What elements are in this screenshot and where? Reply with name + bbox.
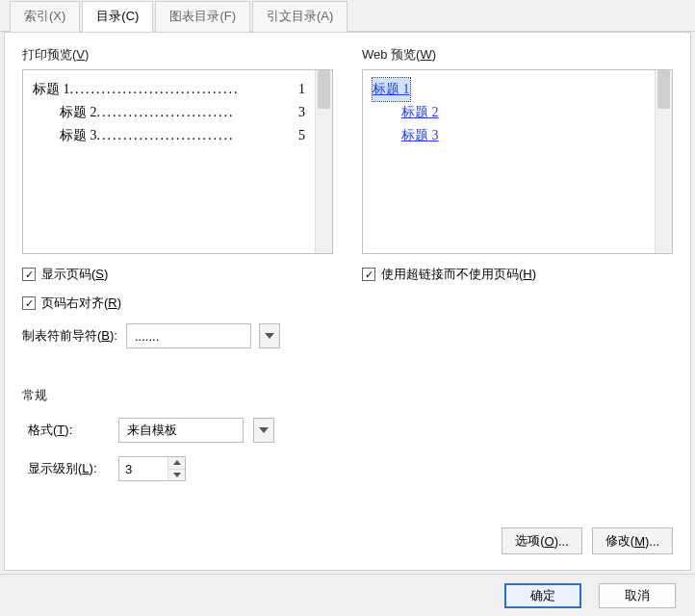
scroll-thumb[interactable] — [657, 70, 670, 109]
print-preview-box: 标题 1 ................................ 1 … — [22, 69, 333, 254]
toc-dots: .......................... — [97, 101, 296, 124]
web-preview-label: Web 预览(W) — [362, 46, 673, 64]
web-preview-scrollbar[interactable] — [655, 70, 672, 253]
web-preview-box: 标题 1 标题 2 标题 3 — [362, 69, 673, 254]
cancel-button[interactable]: 取消 — [599, 583, 676, 608]
print-preview-column: 打印预览(V) 标题 1 ...........................… — [22, 46, 333, 348]
show-level-value[interactable]: 3 — [119, 457, 167, 480]
right-align-page-label: 页码右对齐(R) — [41, 295, 121, 312]
format-label: 格式(T): — [22, 422, 109, 439]
format-dropdown[interactable] — [253, 418, 274, 443]
level-down-button[interactable] — [168, 469, 185, 481]
chevron-down-icon — [265, 333, 274, 339]
show-page-numbers-row[interactable]: ✓ 显示页码(S) — [22, 266, 333, 283]
toc-page-3: 5 — [295, 124, 305, 147]
tab-index[interactable]: 索引(X) — [10, 1, 80, 32]
web-preview-content: 标题 1 标题 2 标题 3 — [363, 70, 655, 253]
show-page-numbers-label: 显示页码(S) — [41, 266, 108, 283]
panel-buttons: 选项(O)... 修改(M)... — [502, 527, 673, 554]
options-button[interactable]: 选项(O)... — [502, 527, 582, 554]
format-select[interactable]: 来自模板 — [118, 418, 244, 443]
print-preview-scrollbar[interactable] — [315, 70, 332, 253]
tabs-bar: 索引(X) 目录(C) 图表目录(F) 引文目录(A) — [0, 0, 695, 32]
tab-leader-label: 制表符前导符(B): — [22, 327, 118, 345]
tab-figures[interactable]: 图表目录(F) — [155, 1, 250, 32]
show-level-input[interactable]: 3 — [118, 456, 186, 481]
ok-button[interactable]: 确定 — [504, 583, 581, 608]
toc-dots: .......................... — [97, 124, 296, 147]
toc-page-2: 3 — [295, 101, 305, 124]
tab-leader-row: 制表符前导符(B): ....... — [22, 323, 333, 348]
show-level-row: 显示级别(L): 3 — [22, 456, 673, 481]
toc-title-3: 标题 3 — [60, 124, 97, 147]
toc-title-2: 标题 2 — [60, 101, 97, 124]
toc-dots: ................................ — [70, 78, 296, 101]
print-preview-label: 打印预览(V) — [22, 46, 333, 64]
chevron-down-icon — [259, 427, 269, 433]
modify-button[interactable]: 修改(M)... — [592, 527, 673, 554]
format-row: 格式(T): 来自模板 — [22, 418, 673, 443]
toc-line-2: 标题 2 .......................... 3 — [33, 101, 305, 124]
checkbox-checked-icon[interactable]: ✓ — [362, 268, 375, 281]
chevron-down-icon — [173, 473, 181, 477]
show-level-label: 显示级别(L): — [22, 460, 109, 477]
tab-citations[interactable]: 引文目录(A) — [252, 1, 348, 32]
toc-panel: 打印预览(V) 标题 1 ...........................… — [4, 32, 691, 571]
toc-page-1: 1 — [295, 78, 305, 101]
web-preview-column: Web 预览(W) 标题 1 标题 2 标题 3 ✓ 使用超链接而不使用页码(H… — [362, 46, 673, 348]
web-link-2[interactable]: 标题 2 — [401, 101, 439, 124]
checkbox-checked-icon[interactable]: ✓ — [22, 268, 36, 281]
toc-line-1: 标题 1 ................................ 1 — [33, 78, 305, 101]
chevron-up-icon — [173, 460, 181, 465]
web-link-3[interactable]: 标题 3 — [401, 124, 439, 147]
general-heading: 常规 — [22, 387, 673, 404]
checkbox-checked-icon[interactable]: ✓ — [22, 296, 36, 310]
scroll-thumb[interactable] — [318, 70, 330, 109]
dialog-footer: 确定 取消 — [0, 574, 695, 616]
web-link-1[interactable]: 标题 1 — [373, 78, 410, 101]
level-up-button[interactable] — [168, 457, 185, 469]
toc-line-3: 标题 3 .......................... 5 — [33, 124, 305, 147]
use-hyperlinks-label: 使用超链接而不使用页码(H) — [381, 266, 536, 283]
right-align-page-row[interactable]: ✓ 页码右对齐(R) — [22, 295, 333, 312]
tab-toc[interactable]: 目录(C) — [82, 1, 153, 32]
tab-leader-input[interactable]: ....... — [126, 323, 251, 348]
use-hyperlinks-row[interactable]: ✓ 使用超链接而不使用页码(H) — [362, 266, 673, 283]
tab-leader-dropdown[interactable] — [259, 323, 280, 348]
print-preview-content: 标题 1 ................................ 1 … — [23, 70, 315, 253]
toc-title-1: 标题 1 — [33, 78, 70, 101]
